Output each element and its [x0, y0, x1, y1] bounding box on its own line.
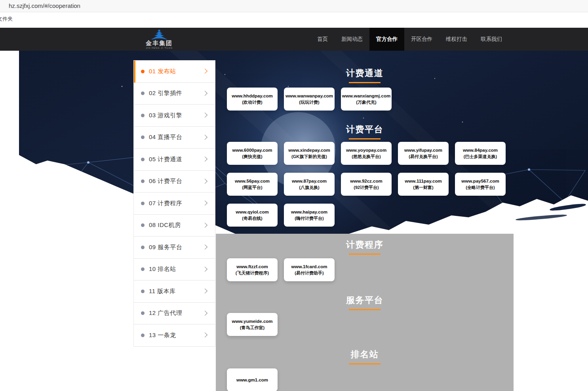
partner-domain: www.xindepay.com — [288, 148, 330, 153]
partner-note: (欢动计费) — [242, 100, 262, 105]
bookmark-folder[interactable]: 文件夹 — [0, 15, 13, 23]
partner-domain: www.yumeide.com — [232, 319, 272, 324]
chevron-right-icon — [202, 113, 207, 118]
sidebar-item-ranking-sites[interactable]: 10 排名站 — [134, 259, 215, 281]
partner-card[interactable]: www.1fcard.com (易付计费助手) — [284, 258, 335, 281]
logo-title: 金丰集团 — [146, 40, 173, 46]
section-title: 计费平台 — [216, 124, 514, 135]
bullet-icon — [141, 135, 145, 139]
sidebar-item-billing-channels[interactable]: 05 计费通道 — [134, 149, 215, 171]
partner-note: (飞天猪计费程序) — [236, 271, 269, 275]
chevron-right-icon — [202, 267, 207, 272]
partner-card[interactable]: www.hhddpay.com (欢动计费) — [227, 88, 278, 111]
partner-domain: www.yifupay.com — [404, 148, 442, 153]
logo-subtitle: JIN FENG JI TUAN — [146, 46, 173, 50]
sidebar-item-ad-agency[interactable]: 12 广告代理 — [134, 303, 215, 325]
section-title: 计费通道 — [216, 67, 514, 79]
url-text[interactable]: hz.szjfxj.com/#/cooperation — [9, 2, 80, 9]
bullet-icon — [141, 202, 145, 205]
chevron-right-icon — [202, 69, 207, 74]
partner-card[interactable]: www.87pay.com (八旗兑换) — [284, 173, 335, 196]
sidebar-item-one-stop[interactable]: 13 一条龙 — [134, 324, 215, 347]
section-heading-billing-platforms: 计费平台 — [216, 124, 514, 139]
nav-item-news[interactable]: 新闻动态 — [335, 28, 369, 51]
partner-domain: www.ftzzf.com — [236, 264, 268, 269]
sidebar-item-game-engines[interactable]: 03 游戏引擎 — [134, 105, 215, 127]
bookmarks-bar: 文件夹 — [0, 12, 588, 24]
bullet-icon — [141, 70, 145, 73]
section-title: 服务平台 — [216, 294, 514, 306]
nav-item-open-area[interactable]: 开区合作 — [404, 28, 439, 51]
partner-card[interactable]: www.haipay.com (嗨付计费平台) — [284, 204, 335, 227]
partner-note: (网蓝平台) — [242, 185, 262, 190]
card-row: www.gm1.com — [227, 368, 278, 391]
pagoda-logo-icon — [151, 29, 167, 40]
sidebar-item-engine-plugins[interactable]: 02 引擎插件 — [134, 83, 215, 105]
bullet-icon — [141, 223, 145, 227]
partner-domain: www.111pay.com — [405, 179, 441, 184]
partner-card[interactable]: www.yifupay.com (易付兑换平台) — [398, 142, 449, 165]
nav-item-contact[interactable]: 联系我们 — [474, 28, 509, 51]
partner-note: (嗨付计费平台) — [295, 216, 323, 221]
partner-domain: www.yoyopay.com — [346, 148, 386, 153]
partner-domain: www.1fcard.com — [291, 264, 327, 269]
card-row: www.hhddpay.com (欢动计费) www.wanwanpay.com… — [227, 88, 392, 111]
sidebar-item-version-library[interactable]: 11 版本库 — [134, 280, 215, 303]
bullet-icon — [141, 114, 145, 117]
sidebar-item-live-platforms[interactable]: 04 直播平台 — [134, 127, 215, 149]
partner-card[interactable]: www.yumeide.com (青鸟工作室) — [227, 313, 278, 336]
partner-card[interactable]: www.gm1.com — [227, 368, 278, 391]
card-row: www.56pay.com (网蓝平台) www.87pay.com (八旗兑换… — [227, 173, 506, 196]
section-heading-service-platforms: 服务平台 — [216, 294, 514, 310]
partner-card[interactable]: www.56pay.com (网蓝平台) — [227, 173, 278, 196]
bullet-icon — [141, 267, 145, 271]
partner-domain: www.qyiol.com — [236, 210, 268, 215]
partner-domain: www.pay567.com — [461, 179, 499, 184]
card-row: www.yumeide.com (青鸟工作室) — [227, 313, 278, 336]
section-heading-billing-channels: 计费通道 — [216, 67, 514, 83]
partner-card[interactable]: www.84pay.com (巴士多渠道兑换) — [455, 142, 506, 165]
bullet-icon — [141, 334, 145, 337]
card-row: www.6000pay.com (爽快充值) www.xindepay.com … — [227, 142, 506, 165]
sidebar-item-idc-rooms[interactable]: 08 IDC机房 — [134, 215, 215, 237]
nav-item-cooperation[interactable]: 官方合作 — [369, 28, 404, 51]
sidebar-item-billing-programs[interactable]: 07 计费程序 — [134, 193, 215, 215]
browser-url-bar[interactable]: hz.szjfxj.com/#/cooperation — [0, 0, 588, 12]
chevron-right-icon — [202, 223, 207, 228]
bullet-icon — [141, 311, 145, 315]
nav-item-home[interactable]: 首页 — [310, 28, 335, 51]
sidebar-item-billing-platforms[interactable]: 06 计费平台 — [134, 171, 215, 193]
partner-card[interactable]: www.wanxiangmj.com (万象代充) — [341, 88, 392, 111]
sidebar-item-service-platforms[interactable]: 09 服务平台 — [134, 237, 215, 259]
partner-card[interactable]: www.111pay.com (第一财富) — [398, 173, 449, 196]
partner-domain: www.84pay.com — [463, 148, 498, 153]
top-navbar: 金丰集团 JIN FENG JI TUAN 首页 新闻动态 官方合作 开区合作 … — [0, 28, 588, 51]
partner-domain: www.hhddpay.com — [232, 93, 273, 99]
bullet-icon — [141, 290, 145, 293]
section-heading-billing-programs: 计费程序 — [216, 239, 514, 255]
partner-note: (爽快充值) — [242, 154, 262, 159]
partner-note: (玩玩计费) — [299, 100, 319, 105]
partner-domain: www.92cz.com — [350, 179, 382, 184]
partner-note: (八旗兑换) — [299, 185, 319, 190]
partner-domain: www.56pay.com — [235, 179, 270, 184]
partner-card[interactable]: www.qyiol.com (奇易在线) — [227, 204, 278, 227]
sidebar-item-release-sites[interactable]: 01 发布站 — [134, 61, 215, 83]
partner-card[interactable]: www.6000pay.com (爽快充值) — [227, 142, 278, 165]
chevron-right-icon — [202, 332, 207, 338]
chevron-right-icon — [202, 156, 207, 162]
partner-card[interactable]: www.xindepay.com (GK旗下新的充值) — [284, 142, 335, 165]
partner-domain: www.gm1.com — [236, 378, 268, 383]
bullet-icon — [141, 92, 145, 95]
partner-note: (第一财富) — [413, 185, 433, 190]
partner-card[interactable]: www.pay567.com (全略计费平台) — [455, 173, 506, 196]
partner-card[interactable]: www.92cz.com (92计费平台) — [341, 173, 392, 196]
nav-item-rights[interactable]: 维权打击 — [439, 28, 474, 51]
partner-card[interactable]: www.yoyopay.com (悠悠兑换平台) — [341, 142, 392, 165]
chevron-right-icon — [202, 91, 207, 96]
partner-card[interactable]: www.wanwanpay.com (玩玩计费) — [284, 88, 335, 111]
partner-domain: www.wanwanpay.com — [285, 93, 333, 99]
site-logo[interactable]: 金丰集团 JIN FENG JI TUAN — [142, 28, 177, 51]
partner-card[interactable]: www.ftzzf.com (飞天猪计费程序) — [227, 258, 278, 281]
grunge-streak — [516, 214, 567, 221]
